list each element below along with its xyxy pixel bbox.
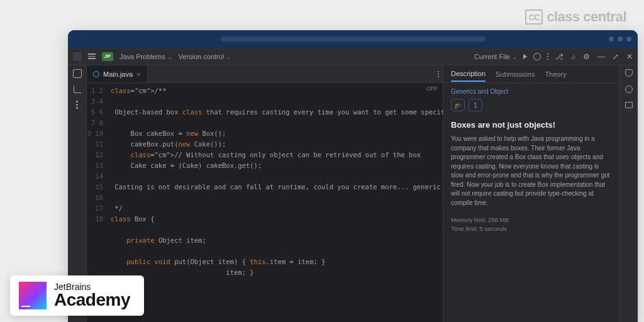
task-breadcrumb[interactable]: Generics and Object — [443, 83, 619, 99]
ide-window: JP Java Problems Version control Current… — [68, 30, 638, 322]
project-tool-icon[interactable] — [73, 69, 82, 78]
classcentral-icon: CC — [525, 9, 543, 25]
jb-line2: Academy — [54, 291, 130, 309]
structure-tool-icon[interactable] — [74, 86, 81, 93]
classcentral-text: class central — [547, 9, 626, 25]
jetbrains-academy-badge: JetBrains Academy — [10, 275, 144, 316]
learn-icon[interactable] — [625, 102, 633, 108]
project-selector[interactable]: Java Problems — [119, 53, 172, 60]
course-pill-icon[interactable]: 🎓 — [451, 99, 465, 111]
tab-options-icon[interactable] — [438, 71, 439, 77]
file-tab-label: Main.java — [103, 70, 133, 78]
restore-icon[interactable]: ⤢ — [613, 52, 619, 61]
settings-icon[interactable]: ⚙ — [583, 52, 590, 61]
run-config-selector[interactable]: Current File — [474, 53, 517, 60]
minimize-icon[interactable]: — — [597, 52, 605, 61]
step-pill[interactable]: 1 — [469, 99, 482, 111]
java-file-icon — [93, 71, 99, 77]
inspections-off-badge[interactable]: OFF — [426, 86, 438, 92]
close-tab-icon[interactable]: × — [136, 70, 140, 78]
right-gutter — [619, 65, 638, 322]
file-tab-main[interactable]: Main.java × — [87, 65, 148, 82]
ide-topbar: JP Java Problems Version control Current… — [68, 48, 638, 65]
window-controls[interactable] — [609, 36, 631, 42]
classcentral-logo: CC class central — [525, 9, 626, 25]
browser-titlebar — [68, 30, 638, 48]
project-badge[interactable]: JP — [102, 52, 113, 61]
close-icon[interactable]: ✕ — [626, 52, 633, 61]
memory-limit: Memory limit: 256 MB — [451, 216, 611, 223]
jetbrains-logo-icon — [19, 282, 47, 309]
vcs-selector[interactable]: Version control — [179, 53, 231, 60]
ai-assistant-icon[interactable] — [625, 86, 633, 93]
app-icon[interactable] — [73, 52, 82, 61]
urlbar-placeholder — [221, 36, 485, 42]
hamburger-icon[interactable] — [88, 53, 96, 59]
more-tools-icon[interactable] — [76, 101, 78, 109]
editor-tabs: Main.java × — [87, 65, 443, 83]
debug-icon[interactable] — [533, 53, 541, 60]
code-text[interactable]: class="cm">/** Object-based box class th… — [107, 83, 443, 322]
task-title: Boxes are not just objects! — [443, 118, 619, 135]
run-icon[interactable] — [523, 54, 527, 59]
tab-submissions[interactable]: Submissions — [496, 70, 535, 78]
search-icon[interactable]: ⌕ — [571, 52, 575, 61]
user-icon[interactable]: ⎇ — [555, 52, 564, 61]
more-icon[interactable] — [547, 53, 548, 60]
tab-description[interactable]: Description — [451, 70, 486, 82]
tab-theory[interactable]: Theory — [545, 70, 566, 78]
notifications-icon[interactable] — [625, 69, 633, 77]
time-limit: Time limit: 5 seconds — [451, 225, 611, 232]
task-body: You were asked to help with Java program… — [443, 135, 619, 208]
task-panel-tabs: Description Submissions Theory — [443, 65, 619, 83]
task-panel: Description Submissions Theory Generics … — [443, 65, 619, 322]
